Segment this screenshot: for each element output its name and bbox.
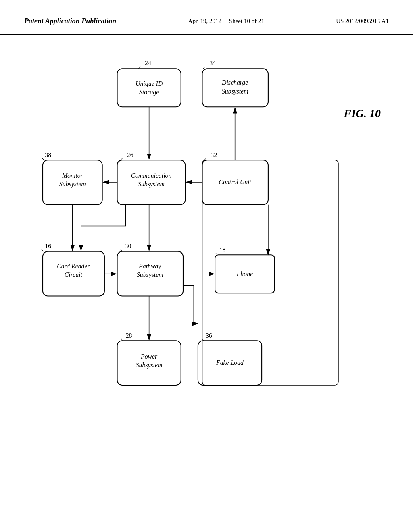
svg-text:38: 38 bbox=[45, 152, 51, 158]
svg-text:34: 34 bbox=[209, 60, 216, 66]
svg-line-11 bbox=[203, 66, 205, 69]
svg-text:30: 30 bbox=[125, 243, 131, 250]
svg-text:18: 18 bbox=[219, 247, 226, 254]
svg-text:Subsystem: Subsystem bbox=[137, 271, 163, 278]
diagram-container: FIG. 10 Unique ID Storage 24 Discharge S… bbox=[0, 35, 413, 502]
svg-text:26: 26 bbox=[127, 152, 133, 158]
svg-text:Subsystem: Subsystem bbox=[59, 181, 86, 188]
svg-text:Power: Power bbox=[140, 353, 158, 360]
svg-text:16: 16 bbox=[45, 243, 51, 250]
svg-text:36: 36 bbox=[206, 332, 212, 339]
svg-rect-2 bbox=[117, 69, 181, 107]
circuit-diagram: Unique ID Storage 24 Discharge Subsystem… bbox=[0, 35, 413, 502]
svg-text:Subsystem: Subsystem bbox=[222, 88, 248, 95]
svg-text:Storage: Storage bbox=[139, 89, 159, 96]
svg-text:28: 28 bbox=[126, 332, 132, 339]
svg-text:Monitor: Monitor bbox=[62, 172, 83, 179]
svg-text:Circuit: Circuit bbox=[65, 271, 83, 278]
svg-text:Pathway: Pathway bbox=[138, 263, 161, 270]
svg-text:Phone: Phone bbox=[236, 270, 253, 277]
svg-line-39 bbox=[216, 253, 217, 255]
publication-date: Apr. 19, 2012 bbox=[188, 18, 222, 24]
svg-text:Control Unit: Control Unit bbox=[219, 179, 251, 185]
publication-label: Patent Application Publication bbox=[24, 16, 116, 26]
svg-text:Discharge: Discharge bbox=[221, 79, 248, 87]
svg-text:Fake Load: Fake Load bbox=[216, 360, 244, 366]
svg-text:Communication: Communication bbox=[131, 172, 171, 179]
svg-text:Subsystem: Subsystem bbox=[138, 181, 165, 188]
sheet-info: Sheet 10 of 21 bbox=[229, 18, 264, 24]
svg-text:Unique ID: Unique ID bbox=[136, 80, 163, 87]
page-header: Patent Application Publication Apr. 19, … bbox=[0, 0, 413, 35]
svg-text:Subsystem: Subsystem bbox=[136, 362, 163, 369]
svg-text:32: 32 bbox=[211, 152, 217, 158]
patent-number: US 2012/0095915 A1 bbox=[336, 16, 389, 26]
header-center: Apr. 19, 2012 Sheet 10 of 21 bbox=[188, 16, 264, 26]
svg-text:Card Reader: Card Reader bbox=[57, 263, 90, 270]
svg-line-30 bbox=[42, 249, 44, 251]
svg-text:24: 24 bbox=[145, 60, 151, 66]
svg-line-25 bbox=[42, 158, 44, 160]
svg-rect-49 bbox=[202, 160, 338, 385]
